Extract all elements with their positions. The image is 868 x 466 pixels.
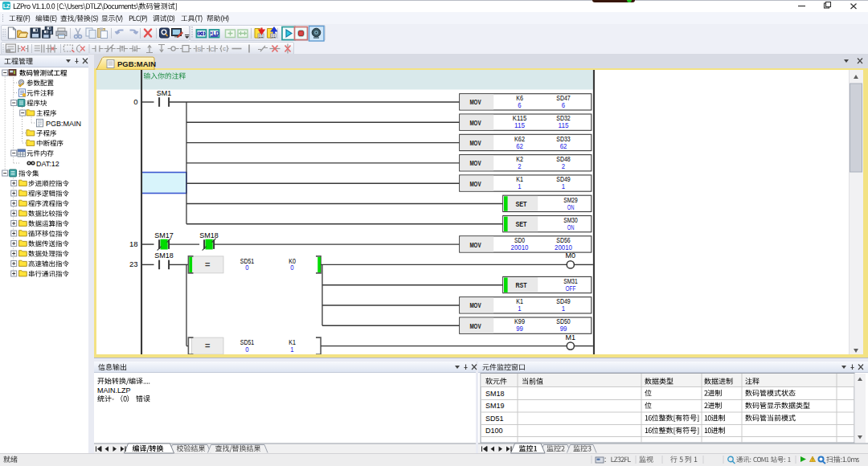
svg-text:D100: D100 — [485, 427, 503, 435]
svg-text:PGB:MAIN: PGB:MAIN — [46, 120, 81, 128]
svg-text:MAIN.LZP: MAIN.LZP — [97, 386, 131, 394]
svg-text:DAT:12: DAT:12 — [36, 160, 59, 168]
svg-text:SD51: SD51 — [485, 415, 504, 423]
svg-text:SM19: SM19 — [485, 402, 505, 410]
svg-text:SM18: SM18 — [485, 390, 505, 398]
